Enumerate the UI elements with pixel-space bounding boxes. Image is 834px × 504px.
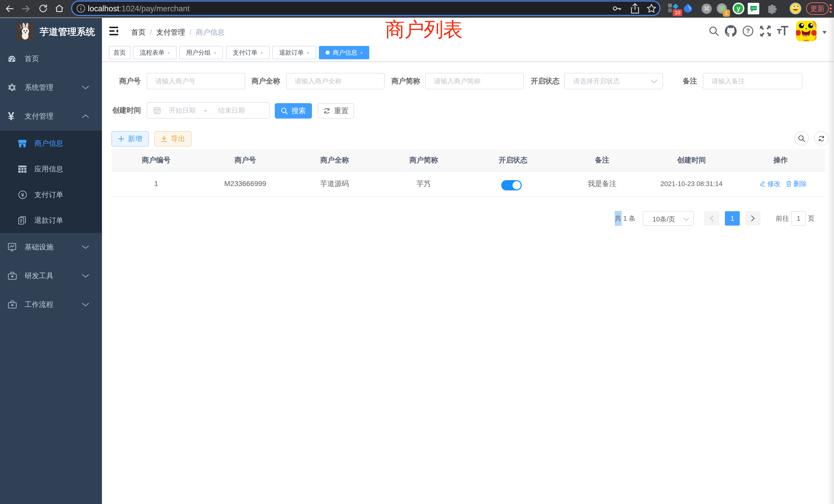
svg-text:?: ?	[746, 27, 750, 35]
svg-text:¥: ¥	[21, 192, 24, 198]
svg-text:⌘: ⌘	[704, 5, 710, 12]
svg-text:y: y	[737, 5, 741, 12]
